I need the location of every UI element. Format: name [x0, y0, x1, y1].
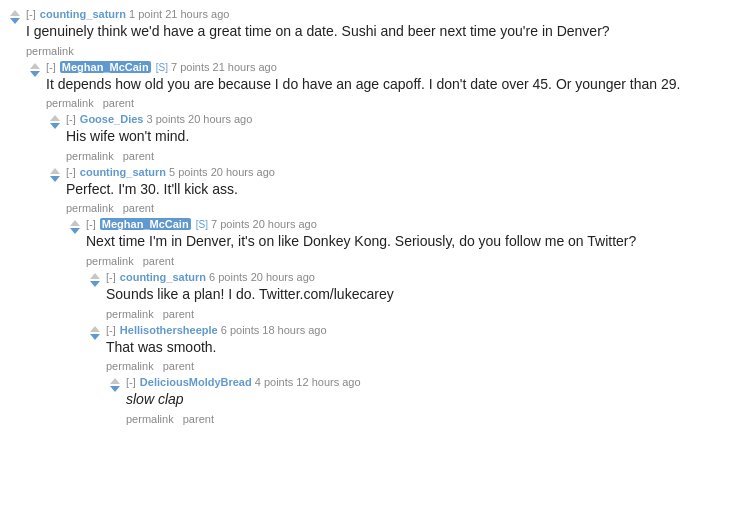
downvote-arrow[interactable] [10, 18, 20, 24]
comment-body: [-] Meghan_McCain [S] 7 points 21 hours … [46, 61, 746, 110]
permalink-link[interactable]: permalink [66, 150, 114, 162]
comment-actions: permalink parent [126, 413, 746, 425]
collapse-button[interactable]: [-] [66, 166, 76, 178]
upvote-arrow[interactable] [50, 168, 60, 174]
username-highlighted[interactable]: Meghan_McCain [60, 61, 151, 73]
comment-header: [-] Goose_Dies 3 points 20 hours ago [66, 113, 746, 125]
username[interactable]: counting_saturn [120, 271, 206, 283]
parent-link[interactable]: parent [123, 150, 154, 162]
downvote-arrow[interactable] [70, 228, 80, 234]
comment-actions: permalink parent [46, 97, 746, 109]
downvote-arrow[interactable] [50, 176, 60, 182]
vote-col [28, 61, 42, 110]
comment-text: slow clap [126, 390, 746, 410]
op-tag: [S] [196, 219, 208, 230]
comment-row: [-] DeliciousMoldyBread 4 points 12 hour… [108, 376, 746, 425]
collapse-button[interactable]: [-] [106, 324, 116, 336]
op-tag: [S] [156, 62, 168, 73]
comment-actions: permalink parent [106, 360, 746, 372]
comment-body: [-] Goose_Dies 3 points 20 hours ago His… [66, 113, 746, 162]
points: 1 point 21 hours ago [129, 8, 229, 20]
permalink-link[interactable]: permalink [106, 360, 154, 372]
downvote-arrow[interactable] [90, 281, 100, 287]
upvote-arrow[interactable] [90, 326, 100, 332]
comment-row: [-] counting_saturn 5 points 20 hours ag… [48, 166, 746, 215]
comment-body: [-] DeliciousMoldyBread 4 points 12 hour… [126, 376, 746, 425]
parent-link[interactable]: parent [163, 308, 194, 320]
upvote-arrow[interactable] [70, 220, 80, 226]
downvote-arrow[interactable] [30, 71, 40, 77]
downvote-arrow[interactable] [50, 123, 60, 129]
comment-row: [-] Hellisothersheeple 6 points 18 hours… [88, 324, 746, 373]
comment-body: [-] counting_saturn 5 points 20 hours ag… [66, 166, 746, 215]
vote-col [88, 271, 102, 320]
parent-link[interactable]: parent [143, 255, 174, 267]
upvote-arrow[interactable] [10, 10, 20, 16]
comment-header: [-] Meghan_McCain [S] 7 points 20 hours … [86, 218, 746, 230]
vote-col [108, 376, 122, 425]
username[interactable]: Hellisothersheeple [120, 324, 218, 336]
points: 6 points 18 hours ago [221, 324, 327, 336]
vote-col [8, 8, 22, 57]
collapse-button[interactable]: [-] [46, 61, 56, 73]
parent-link[interactable]: parent [163, 360, 194, 372]
upvote-arrow[interactable] [110, 378, 120, 384]
username[interactable]: DeliciousMoldyBread [140, 376, 252, 388]
permalink-link[interactable]: permalink [26, 45, 74, 57]
downvote-arrow[interactable] [110, 386, 120, 392]
comment-row: [-] Meghan_McCain [S] 7 points 20 hours … [68, 218, 746, 267]
comment-body: [-] Hellisothersheeple 6 points 18 hours… [106, 324, 746, 373]
collapse-button[interactable]: [-] [86, 218, 96, 230]
comment-header: [-] Hellisothersheeple 6 points 18 hours… [106, 324, 746, 336]
comment-row: [-] counting_saturn 6 points 20 hours ag… [88, 271, 746, 320]
comment-text: Perfect. I'm 30. It'll kick ass. [66, 180, 746, 200]
permalink-link[interactable]: permalink [106, 308, 154, 320]
comment-header: [-] DeliciousMoldyBread 4 points 12 hour… [126, 376, 746, 388]
points: 7 points 21 hours ago [171, 61, 277, 73]
collapse-button[interactable]: [-] [26, 8, 36, 20]
comment-actions: permalink parent [106, 308, 746, 320]
comment-actions: permalink parent [86, 255, 746, 267]
points: 6 points 20 hours ago [209, 271, 315, 283]
comment-actions: permalink parent [66, 150, 746, 162]
comment-header: [-] counting_saturn 6 points 20 hours ag… [106, 271, 746, 283]
comment-body: [-] counting_saturn 6 points 20 hours ag… [106, 271, 746, 320]
comment-text: Next time I'm in Denver, it's on like Do… [86, 232, 746, 252]
comment-text: That was smooth. [106, 338, 746, 358]
comment-text: His wife won't mind. [66, 127, 746, 147]
collapse-button[interactable]: [-] [106, 271, 116, 283]
permalink-link[interactable]: permalink [46, 97, 94, 109]
comment-text: I genuinely think we'd have a great time… [26, 22, 746, 42]
parent-link[interactable]: parent [123, 202, 154, 214]
downvote-arrow[interactable] [90, 334, 100, 340]
username[interactable]: counting_saturn [40, 8, 126, 20]
permalink-link[interactable]: permalink [66, 202, 114, 214]
comment-body: [-] Meghan_McCain [S] 7 points 20 hours … [86, 218, 746, 267]
parent-link[interactable]: parent [103, 97, 134, 109]
comment-header: [-] Meghan_McCain [S] 7 points 21 hours … [46, 61, 746, 73]
upvote-arrow[interactable] [50, 115, 60, 121]
parent-link[interactable]: parent [183, 413, 214, 425]
collapse-button[interactable]: [-] [66, 113, 76, 125]
comment-text: Sounds like a plan! I do. Twitter.com/lu… [106, 285, 746, 305]
upvote-arrow[interactable] [90, 273, 100, 279]
permalink-link[interactable]: permalink [86, 255, 134, 267]
collapse-button[interactable]: [-] [126, 376, 136, 388]
vote-col [48, 113, 62, 162]
comment-text: It depends how old you are because I do … [46, 75, 746, 95]
points: 7 points 20 hours ago [211, 218, 317, 230]
username[interactable]: Goose_Dies [80, 113, 144, 125]
vote-col [48, 166, 62, 215]
permalink-link[interactable]: permalink [126, 413, 174, 425]
comment-header: [-] counting_saturn 1 point 21 hours ago [26, 8, 746, 20]
comment-actions: permalink [26, 45, 746, 57]
comment-row: [-] counting_saturn 1 point 21 hours ago… [8, 8, 746, 57]
vote-col [88, 324, 102, 373]
comment-row: [-] Meghan_McCain [S] 7 points 21 hours … [28, 61, 746, 110]
username[interactable]: counting_saturn [80, 166, 166, 178]
username-highlighted[interactable]: Meghan_McCain [100, 218, 191, 230]
comment-thread: [-] counting_saturn 1 point 21 hours ago… [8, 8, 746, 425]
vote-col [68, 218, 82, 267]
points: 4 points 12 hours ago [255, 376, 361, 388]
upvote-arrow[interactable] [30, 63, 40, 69]
